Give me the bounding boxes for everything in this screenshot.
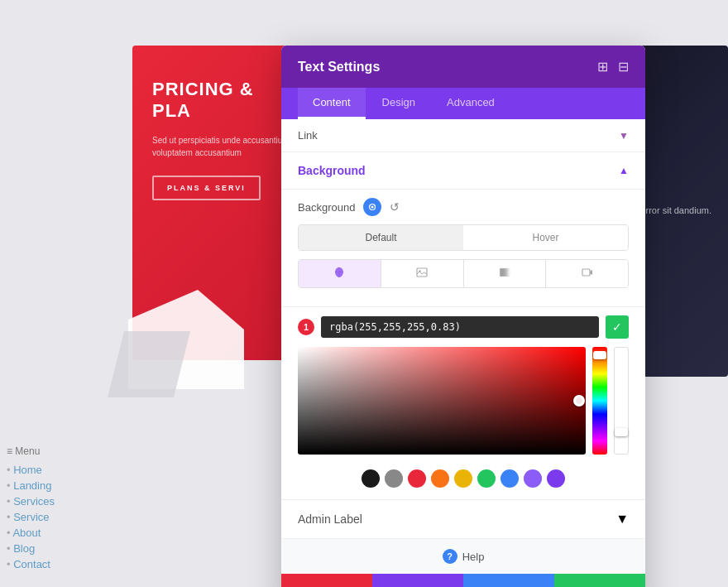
link-label: Link — [298, 129, 318, 142]
gradient-handle[interactable] — [573, 395, 585, 407]
background-label: Background — [298, 201, 355, 214]
color-input-row: 1 ✓ — [298, 315, 629, 339]
eye-icon — [368, 203, 376, 211]
list-item[interactable]: Home — [7, 462, 93, 478]
panel-header: Text Settings ⊞ ⊟ — [281, 46, 645, 88]
color-swatch-gray[interactable] — [385, 469, 403, 488]
tab-design[interactable]: Design — [367, 88, 430, 119]
bg-type-gradient[interactable] — [464, 260, 547, 287]
sidebar-nav: ≡ Menu Home Landing Services Service Abo… — [0, 439, 99, 579]
opacity-handle[interactable] — [615, 428, 628, 436]
cancel-button[interactable]: ✕ — [281, 574, 372, 587]
svg-rect-5 — [582, 269, 590, 276]
list-item[interactable]: Service — [7, 509, 93, 525]
gradient-canvas-wrapper — [298, 347, 629, 455]
list-item[interactable]: Landing — [7, 478, 93, 493]
bg-label-row: Background ↺ — [298, 198, 629, 216]
background-section-header[interactable]: Background ▲ — [281, 152, 645, 190]
nav-link-blog[interactable]: Blog — [13, 542, 35, 555]
svg-rect-4 — [500, 268, 510, 277]
redo-button[interactable]: ↻ — [463, 574, 554, 587]
hue-handle[interactable] — [593, 351, 606, 359]
color-swatches — [298, 463, 629, 491]
bg-type-image[interactable] — [381, 260, 464, 287]
opacity-slider[interactable] — [614, 347, 629, 455]
list-item[interactable]: Blog — [7, 541, 93, 556]
reset-button[interactable]: ↺ — [372, 574, 463, 587]
hero-button[interactable]: PLANS & SERVI — [152, 176, 261, 200]
nav-link-landing[interactable]: Landing — [13, 479, 51, 492]
background-controls: Background ↺ Default Hover — [281, 190, 645, 307]
panel-tabs: Content Design Advanced — [281, 88, 645, 119]
color-swatch-purple[interactable] — [524, 469, 542, 488]
color-swatch-pink[interactable] — [547, 469, 565, 488]
color-gradient-canvas[interactable] — [298, 347, 586, 455]
nav-list: Home Landing Services Service About Blog… — [7, 462, 93, 572]
link-section-row[interactable]: Link ▼ — [281, 119, 645, 152]
bg-type-video[interactable] — [546, 260, 628, 287]
tab-content[interactable]: Content — [298, 88, 366, 119]
svg-point-1 — [371, 206, 374, 209]
nav-link-contact[interactable]: Contact — [13, 558, 50, 570]
list-item[interactable]: Contact — [7, 556, 93, 572]
tab-advanced[interactable]: Advanced — [432, 88, 510, 119]
gradient-type-icon — [499, 267, 510, 278]
color-badge: 1 — [298, 319, 314, 335]
list-item[interactable]: Services — [7, 493, 93, 509]
color-swatch-red[interactable] — [408, 469, 426, 488]
color-swatch-blue[interactable] — [500, 469, 519, 488]
color-swatch-yellow[interactable] — [454, 469, 472, 488]
nav-link-about[interactable]: About — [12, 527, 41, 539]
color-type-icon — [333, 267, 345, 278]
hue-slider[interactable] — [592, 347, 607, 455]
color-picker-section: 1 ✓ — [281, 307, 645, 499]
nav-link-home[interactable]: Home — [13, 464, 42, 476]
help-text: Help — [462, 551, 485, 563]
hero-text: Sed ut perspiciatis unde accusantium vol… — [152, 134, 295, 159]
sub-tab-hover[interactable]: Hover — [463, 225, 628, 250]
save-button[interactable]: ✓ — [554, 574, 645, 587]
nav-link-services[interactable]: Services — [13, 495, 55, 508]
settings-panel: Text Settings ⊞ ⊟ Content Design Advance… — [281, 46, 645, 587]
admin-label-section[interactable]: Admin Label ▼ — [281, 499, 645, 538]
expand-icon[interactable]: ⊞ — [597, 59, 608, 75]
background-title: Background — [298, 164, 366, 177]
list-item[interactable]: About — [7, 525, 93, 541]
menu-title: ≡ Menu — [7, 445, 93, 457]
image-type-icon — [416, 267, 428, 278]
nav-link-service[interactable]: Service — [13, 511, 49, 523]
collapse-icon[interactable]: ⊟ — [618, 59, 629, 75]
link-arrow-icon: ▼ — [619, 130, 629, 142]
dark-text: error sit dandium. — [640, 204, 711, 219]
admin-label-arrow-icon: ▼ — [615, 512, 629, 527]
background-icon-circle[interactable] — [363, 198, 381, 216]
color-input-field[interactable] — [321, 316, 599, 338]
reset-icon[interactable]: ↺ — [390, 200, 400, 214]
default-hover-tabs: Default Hover — [298, 224, 629, 251]
color-swatch-orange[interactable] — [431, 469, 449, 488]
bg-type-icons — [298, 259, 629, 288]
panel-title: Text Settings — [298, 60, 380, 75]
help-icon[interactable]: ? — [443, 549, 457, 564]
admin-label-text: Admin Label — [298, 512, 362, 526]
color-swatch-black[interactable] — [362, 469, 380, 488]
panel-body: Link ▼ Background ▲ Background ↺ — [281, 119, 645, 574]
panel-footer: ✕ ↺ ↻ ✓ — [281, 574, 645, 587]
color-confirm-button[interactable]: ✓ — [606, 315, 629, 339]
color-swatch-green[interactable] — [477, 469, 496, 488]
bg-type-color[interactable] — [299, 260, 381, 287]
panel-header-icons: ⊞ ⊟ — [597, 59, 629, 75]
sub-tab-default[interactable]: Default — [299, 225, 463, 250]
background-arrow-icon: ▲ — [619, 165, 629, 176]
help-row: ? Help — [281, 538, 645, 574]
video-type-icon — [582, 267, 593, 278]
hero-title: PRICING & PLA — [152, 79, 295, 123]
